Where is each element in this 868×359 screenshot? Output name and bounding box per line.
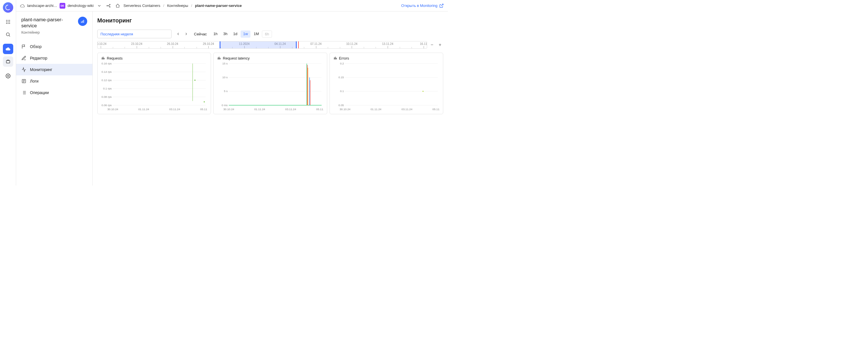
svg-text:05.11.24: 05.11.24 [432,107,439,111]
breadcrumb-service[interactable]: Serverless Containers [123,3,160,8]
svg-text:10 s: 10 s [222,76,228,79]
bar-chart-icon [333,56,337,61]
sidebar-item-label: Операции [30,90,49,95]
breadcrumb-section[interactable]: Контейнеры [167,3,188,8]
open-in-monitoring-link[interactable]: Открыть в Monitoring [401,3,444,8]
period-prev-button[interactable] [175,30,182,38]
range-button-3h[interactable]: 3h [221,31,230,38]
product-logo[interactable] [3,2,13,13]
timeline-current-marker [298,41,299,48]
svg-point-39 [194,80,195,81]
search-icon[interactable] [3,29,13,40]
svg-text:0.1 rps: 0.1 rps [103,87,112,90]
timeline-scrubber[interactable]: 20.10.2423.10.2426.10.2429.10.2411-20240… [97,41,427,48]
sidebar-action-button[interactable] [78,17,87,26]
now-label[interactable]: Сейчас [193,32,208,36]
svg-rect-41 [218,58,218,59]
page-title: Мониторинг [97,17,443,24]
content-area: Мониторинг Сейчас 1h3h1d1w1M6h 20.10.242… [93,11,448,186]
home-icon[interactable] [114,2,121,9]
timeline-tick-label: 23.10.24 [131,42,143,45]
svg-text:03.11.24: 03.11.24 [401,107,412,111]
svg-text:0.12 rps: 0.12 rps [102,78,112,82]
timeline-tick-label: 29.10.24 [203,42,214,45]
chart-1: 0 ms5 s10 s15 s30.10.2401.11.2403.11.240… [217,62,323,111]
bar-chart-icon [101,56,105,61]
sidebar-item-label: Мониторинг [30,67,52,72]
graph-topology-icon[interactable] [105,2,112,9]
svg-text:01.11.24: 01.11.24 [254,107,265,111]
sidebar-item-label: Обзор [30,44,41,49]
timeline-tick-label: 07.11.24 [310,42,321,45]
range-button-1M[interactable]: 1M [251,31,261,38]
settings-gear-icon[interactable] [3,71,13,81]
timeline-tick-label: 20.10.24 [97,42,106,45]
sidebar-item-label: Редактор [30,56,47,60]
svg-point-0 [6,20,7,21]
sidebar-resource-title: plant-name-parser-service [21,17,75,29]
apps-grid-icon[interactable] [3,17,13,27]
svg-point-5 [9,22,10,23]
sidebar-item-редактор[interactable]: Редактор [16,52,92,64]
svg-point-13 [110,4,110,5]
breadcrumb-cloud-project[interactable]: landscape-archi… [27,3,57,8]
period-next-button[interactable] [183,30,190,38]
svg-point-6 [6,23,7,24]
sidebar-item-логи[interactable]: Логи [16,75,92,87]
svg-text:0.08 rps: 0.08 rps [102,95,112,98]
svg-point-2 [9,20,10,21]
chart-0: 0.06 rps0.08 rps0.1 rps0.12 rps0.14 rps0… [101,62,207,111]
breadcrumb-sep: / [163,3,165,8]
svg-rect-19 [102,58,102,59]
range-button-1h[interactable]: 1h [211,31,220,38]
svg-text:01.11.24: 01.11.24 [370,107,381,111]
timeline-zoom-out[interactable]: − [429,42,435,48]
sidebar-item-мониторинг[interactable]: Мониторинг [16,64,92,75]
breadcrumb-folder[interactable]: dendrology-wiki [68,3,94,8]
chart-card-0: Requests0.06 rps0.08 rps0.1 rps0.12 rps0… [97,53,211,114]
chart-card-1: Request latency0 ms5 s10 s15 s30.10.2401… [213,53,327,114]
range-button-1d[interactable]: 1d [230,31,240,38]
svg-text:03.11.24: 03.11.24 [285,107,296,111]
timeline-zoom-in[interactable]: + [437,42,443,48]
folder-badge: DE [60,3,65,9]
range-button-1w[interactable]: 1w [241,31,251,38]
folder-dropdown-icon[interactable] [96,2,103,9]
svg-text:03.11.24: 03.11.24 [169,107,180,111]
breadcrumb-current: plant-name-parser-service [195,3,242,8]
sidebar-item-обзор[interactable]: Обзор [16,41,92,52]
svg-text:05.11.24: 05.11.24 [200,107,208,111]
svg-point-4 [7,22,8,23]
svg-rect-10 [6,60,10,63]
svg-point-1 [7,20,8,21]
svg-text:05.11.24: 05.11.24 [316,107,323,111]
svg-point-12 [107,5,107,6]
svg-rect-64 [336,58,337,59]
svg-point-40 [204,101,205,102]
timeline-selection[interactable] [220,41,297,48]
svg-text:30.10.24: 30.10.24 [107,107,118,111]
svg-rect-42 [219,57,220,59]
time-controls: Сейчас 1h3h1d1w1M6h [97,30,443,38]
svg-rect-15 [81,22,82,23]
left-rail [0,0,16,186]
svg-point-3 [6,22,7,23]
svg-text:0.16 rps: 0.16 rps [102,62,112,65]
sidebar-item-label: Логи [30,79,38,84]
svg-text:0.14 rps: 0.14 rps [102,70,112,73]
svg-text:0.05: 0.05 [338,104,344,107]
svg-rect-62 [334,58,335,59]
svg-point-14 [110,6,110,7]
svg-text:30.10.24: 30.10.24 [223,107,234,111]
svg-text:0.15: 0.15 [338,76,344,79]
containers-icon[interactable] [3,56,13,67]
cloud-service-icon[interactable] [3,44,13,54]
svg-text:15 s: 15 s [222,62,228,65]
range-button-6h: 6h [262,31,272,38]
breadcrumb-sep: / [190,3,193,8]
svg-rect-17 [84,20,84,23]
breadcrumb-bar: landscape-archi… DE dendrology-wiki Serv… [16,0,448,11]
sidebar-item-операции[interactable]: Операции [16,87,92,98]
chart-title: Request latency [223,56,250,60]
period-input[interactable] [97,30,172,38]
